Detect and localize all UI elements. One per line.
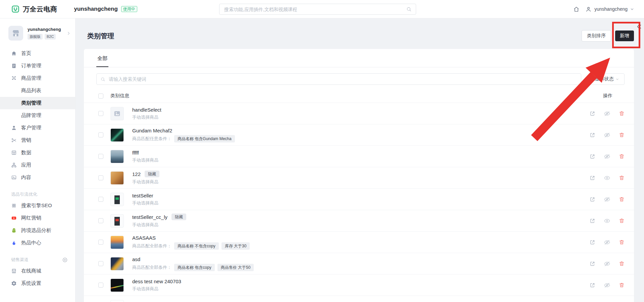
external-link-icon[interactable]	[589, 154, 595, 160]
table-row: handleSelect 手动选择商品	[84, 103, 634, 124]
marketing-icon	[11, 137, 17, 143]
eye-off-icon[interactable]	[604, 282, 610, 289]
match-rule: 手动选择商品	[132, 286, 158, 292]
external-link-icon[interactable]	[589, 175, 595, 181]
external-link-icon[interactable]	[589, 239, 595, 245]
sidebar-item-data[interactable]: 数据	[0, 146, 75, 159]
external-link-icon[interactable]	[589, 282, 595, 288]
data-icon	[11, 150, 17, 156]
sidebar-item-online-mall[interactable]: 在线商城	[0, 265, 75, 277]
external-link-icon[interactable]	[589, 111, 595, 117]
eye-off-icon[interactable]	[604, 153, 610, 160]
trash-icon[interactable]	[619, 154, 625, 159]
trash-icon[interactable]	[619, 261, 625, 266]
eye-off-icon[interactable]	[604, 196, 610, 203]
row-checkbox[interactable]	[98, 132, 103, 137]
eye-off-icon[interactable]	[604, 239, 610, 246]
category-thumbnail	[110, 300, 124, 302]
sidebar-item-home[interactable]: 首页	[0, 47, 75, 60]
category-name: testSeller	[132, 193, 153, 198]
condition-tag: 商品名称 不包含copy	[174, 242, 219, 250]
condition-tag: 商品售价 大于50	[217, 264, 254, 271]
keyword-search-input[interactable]	[108, 76, 577, 82]
eye-off-icon[interactable]	[604, 132, 610, 138]
display-status-filter[interactable]: 显示状态	[590, 73, 625, 85]
sidebar-item-marketing[interactable]: 营销	[0, 134, 75, 146]
sidebar-item-seo[interactable]: 搜索引擎SEO	[0, 199, 75, 212]
chevron-down-icon[interactable]	[630, 7, 635, 12]
keyword-search[interactable]	[96, 73, 581, 85]
select-all-checkbox[interactable]	[98, 94, 103, 99]
user-name[interactable]: yunshangcheng	[594, 6, 628, 12]
condition-tag: 库存 大于30	[221, 242, 250, 250]
add-category-button[interactable]: 新增	[615, 31, 634, 41]
category-thumbnail	[110, 279, 124, 292]
eye-icon[interactable]	[604, 175, 610, 181]
row-checkbox[interactable]	[98, 240, 103, 245]
match-rule: 手动选择商品	[132, 200, 158, 206]
category-thumbnail	[110, 236, 124, 249]
external-link-icon[interactable]	[589, 196, 595, 202]
app: 万全云电商 yunshangcheng 使用中 yunshangcheng yu…	[0, 0, 644, 302]
external-link-icon[interactable]	[589, 218, 595, 224]
sidebar-item-crossborder-analysis[interactable]: 跨境选品分析	[0, 224, 75, 237]
gear-icon	[11, 281, 17, 286]
eye-off-icon[interactable]	[604, 110, 610, 117]
external-link-icon[interactable]	[589, 261, 595, 267]
row-checkbox[interactable]	[98, 197, 103, 202]
table-row: fffff 手动选择商品	[84, 145, 634, 167]
sidebar-item-orders[interactable]: 订单管理	[0, 60, 75, 72]
store-name: yunshangcheng	[74, 6, 118, 12]
global-search[interactable]	[219, 4, 416, 15]
home-icon	[11, 51, 17, 56]
trash-icon[interactable]	[619, 239, 625, 245]
sidebar-store-card[interactable]: yunshangcheng 旗舰版 B2C	[0, 23, 75, 44]
home-icon[interactable]	[573, 6, 580, 12]
trash-icon[interactable]	[619, 175, 625, 181]
table-row: testSeller_cc_ly隐藏 手动选择商品	[84, 210, 634, 231]
type-badge: B2C	[45, 34, 56, 40]
sidebar-item-brand-management[interactable]: 品牌管理	[0, 109, 75, 122]
section-channels-title: 销售渠道	[0, 255, 75, 265]
collapse-double-left-icon[interactable]	[636, 24, 642, 29]
row-checkbox[interactable]	[98, 218, 103, 223]
plus-circle-icon[interactable]	[62, 257, 68, 263]
row-checkbox[interactable]	[98, 283, 103, 288]
page-title: 类别管理	[87, 32, 114, 41]
customers-icon	[11, 125, 17, 131]
trash-icon[interactable]	[619, 196, 625, 202]
row-checkbox[interactable]	[98, 154, 103, 159]
trash-icon[interactable]	[619, 111, 625, 116]
category-thumbnail	[110, 257, 124, 270]
sidebar-item-influencer-marketing[interactable]: 网红营销	[0, 212, 75, 224]
row-checkbox[interactable]	[98, 261, 103, 266]
trash-icon[interactable]	[619, 218, 625, 224]
sidebar-item-settings[interactable]: 系统设置	[0, 277, 75, 290]
tab-all[interactable]: 全部	[96, 49, 108, 67]
store-switcher[interactable]: yunshangcheng 使用中	[74, 6, 137, 12]
sidebar-item-content[interactable]: 内容	[0, 171, 75, 184]
external-link-icon[interactable]	[589, 132, 595, 138]
sidebar-item-apps[interactable]: 应用	[0, 159, 75, 171]
category-name: dess test new 240703	[132, 279, 181, 284]
sidebar-item-products[interactable]: 商品管理	[0, 72, 75, 84]
chevron-right-icon[interactable]	[66, 31, 71, 36]
eye-icon[interactable]	[604, 218, 610, 224]
category-name: ASASAAS	[132, 235, 156, 241]
trash-icon[interactable]	[619, 282, 625, 288]
sidebar-item-category-management[interactable]: 类别管理	[0, 97, 75, 109]
sidebar-item-hot-products[interactable]: 热品中心	[0, 237, 75, 249]
eye-off-icon[interactable]	[604, 260, 610, 267]
user-icon[interactable]	[585, 6, 592, 12]
row-checkbox[interactable]	[98, 175, 103, 180]
global-search-input[interactable]	[224, 6, 406, 12]
table-header-row: 类别信息 操作	[84, 89, 634, 103]
sidebar-item-product-list[interactable]: 商品列表	[0, 84, 75, 97]
row-checkbox[interactable]	[98, 111, 103, 116]
category-sort-button[interactable]: 类别排序	[582, 30, 611, 42]
store-avatar	[8, 26, 23, 41]
sidebar-item-customers[interactable]: 客户管理	[0, 122, 75, 134]
search-icon	[406, 6, 412, 12]
brand-logo-icon	[11, 5, 20, 13]
trash-icon[interactable]	[619, 132, 625, 138]
